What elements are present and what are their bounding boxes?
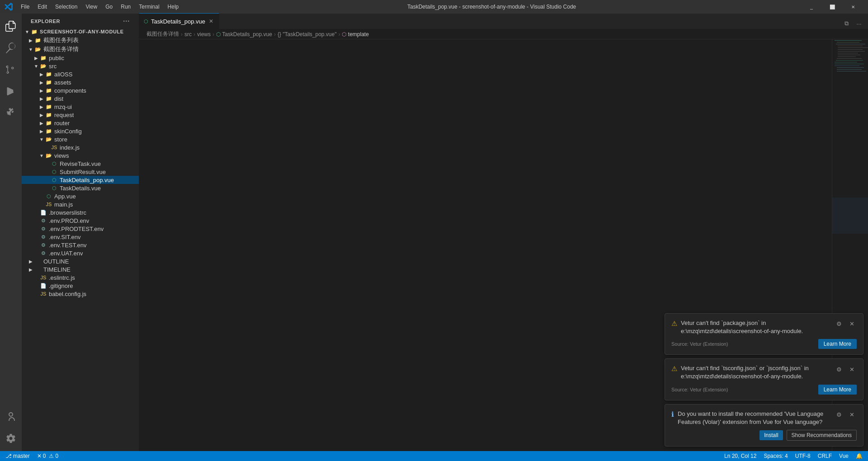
tree-item-dist[interactable]: ▶ 📁 dist	[22, 94, 139, 103]
svg-rect-4	[838, 46, 863, 46]
menu-selection[interactable]: Selection	[52, 3, 81, 11]
status-bar: ⎇ master ✕ 0 ⚠ 0 Ln 20, Col 12 Spaces: 4…	[0, 451, 868, 461]
notif-3-show-rec-button[interactable]: Show Recommendations	[787, 430, 857, 441]
tree-item-截图任务列表[interactable]: ▶ 📁 截图任务列表	[22, 36, 139, 45]
tree-item-components[interactable]: ▶ 📁 components	[22, 86, 139, 94]
status-line-ending[interactable]: CRLF	[816, 451, 834, 461]
menu-help[interactable]: Help	[164, 3, 183, 11]
file-icon: 📁	[45, 127, 52, 135]
tree-item-.env.test.env[interactable]: ⚙ .env.TEST.env	[22, 241, 139, 249]
minimize-button[interactable]: ⎯	[801, 0, 822, 14]
status-feedback[interactable]: 🔔	[854, 451, 864, 461]
activity-explorer[interactable]	[0, 15, 22, 37]
notif-1-settings-button[interactable]: ⚙	[834, 319, 844, 329]
activity-accounts[interactable]	[0, 406, 22, 428]
tree-item-taskdetails.vue[interactable]: ⬡ TaskDetails.vue	[22, 184, 139, 192]
menu-run[interactable]: Run	[117, 3, 134, 11]
tree-item-app.vue[interactable]: ⬡ App.vue	[22, 192, 139, 200]
split-editor-button[interactable]: ⧉	[841, 18, 852, 29]
file-label: .browserslistrc	[49, 209, 86, 216]
notif-2-close-button[interactable]: ✕	[847, 364, 857, 374]
file-icon: ⬡	[51, 168, 58, 175]
tree-item-skinconfig[interactable]: ▶ 📁 skinConfig	[22, 127, 139, 135]
breadcrumb-template[interactable]: ⬡ template	[342, 31, 368, 38]
close-button[interactable]: ✕	[843, 0, 863, 14]
tree-item-submitresult.vue[interactable]: ⬡ SubmitResult.vue	[22, 168, 139, 176]
menu-go[interactable]: Go	[102, 3, 116, 11]
status-encoding[interactable]: UTF-8	[793, 451, 812, 461]
arrow	[38, 201, 45, 208]
tree-item-views[interactable]: ▼ 📂 views	[22, 151, 139, 160]
tree-item-router[interactable]: ▶ 📁 router	[22, 119, 139, 127]
menu-file[interactable]: File	[17, 3, 33, 11]
activity-source-control[interactable]	[0, 59, 22, 80]
file-label: OUTLINE	[43, 258, 69, 265]
breadcrumb-root[interactable]: 截图任务详情	[146, 30, 179, 38]
status-language[interactable]: Vue	[837, 451, 850, 461]
tree-item-main.js[interactable]: JS main.js	[22, 200, 139, 208]
tree-item-public[interactable]: ▶ 📁 public	[22, 54, 139, 62]
tree-item-.browserslistrc[interactable]: 📄 .browserslistrc	[22, 208, 139, 216]
tree-item-.env.uat.env[interactable]: ⚙ .env.UAT.env	[22, 249, 139, 257]
status-branch[interactable]: ⎇ master	[4, 451, 32, 461]
more-actions-button[interactable]: ···	[854, 18, 864, 29]
notif-2-learn-more-button[interactable]: Learn More	[818, 385, 857, 395]
tree-item-alioss[interactable]: ▶ 📁 aliOSS	[22, 70, 139, 78]
file-label: .env.PROD.env	[49, 217, 89, 224]
notif-2-settings-button[interactable]: ⚙	[834, 364, 844, 374]
activity-extensions[interactable]	[0, 102, 22, 124]
activity-run-debug[interactable]	[0, 80, 22, 102]
warning-icon: ⚠	[49, 453, 54, 459]
tab-close-button[interactable]: ✕	[208, 18, 214, 25]
notif-2-actions: ⚙ ✕	[834, 364, 857, 374]
svg-rect-1	[835, 40, 862, 41]
notif-3-close-button[interactable]: ✕	[847, 410, 857, 420]
notif-1-learn-more-button[interactable]: Learn More	[818, 339, 857, 349]
notif-3-footer: Install Show Recommendations	[671, 430, 857, 441]
breadcrumb-src[interactable]: src	[184, 31, 192, 38]
tree-item-.eslintrc.js[interactable]: JS .eslintrc.js	[22, 273, 139, 282]
notif-3-settings-button[interactable]: ⚙	[834, 410, 844, 420]
tree-item-request[interactable]: ▶ 📁 request	[22, 111, 139, 119]
sidebar: Explorer ··· ▼ 📁 SCREENSHOT-OF-ANY-MODUL…	[22, 14, 139, 451]
breadcrumb-symbols[interactable]: {} "TaskDetails_pop.vue"	[278, 31, 337, 38]
window-controls: ⎯ ⬜ ✕	[801, 0, 863, 14]
sidebar-more-button[interactable]: ···	[123, 17, 130, 25]
tree-item-.env.sit.env[interactable]: ⚙ .env.SIT.env	[22, 233, 139, 241]
tree-item-.env.prod.env[interactable]: ⚙ .env.PROD.env	[22, 216, 139, 225]
tree-item-outline[interactable]: ▶ OUTLINE	[22, 257, 139, 265]
tree-item-revisetask.vue[interactable]: ⬡ ReviseTask.vue	[22, 160, 139, 168]
tree-item-timeline[interactable]: ▶ TIMELINE	[22, 265, 139, 273]
notif-1-actions: ⚙ ✕	[834, 319, 857, 329]
file-label: main.js	[54, 201, 73, 208]
notif-3-install-button[interactable]: Install	[760, 430, 783, 440]
tree-item-mzq-ui[interactable]: ▶ 📁 mzq-ui	[22, 103, 139, 111]
tree-root[interactable]: ▼ 📁 SCREENSHOT-OF-ANY-MODULE	[22, 28, 139, 36]
status-errors[interactable]: ✕ 0 ⚠ 0	[35, 451, 60, 461]
tree-item-assets[interactable]: ▶ 📁 assets	[22, 78, 139, 86]
status-spaces[interactable]: Spaces: 4	[762, 451, 789, 461]
editor-tab-active[interactable]: ⬡ TaskDetails_pop.vue ✕	[139, 13, 219, 29]
menu-view[interactable]: View	[82, 3, 101, 11]
editor-area: ⬡ TaskDetails_pop.vue ✕ ⧉ ··· 截图任务详情 › s…	[139, 14, 868, 451]
breadcrumb-sep-3: ›	[212, 31, 214, 38]
status-position[interactable]: Ln 20, Col 12	[722, 451, 758, 461]
tree-item-src[interactable]: ▼ 📂 src	[22, 62, 139, 70]
tree-item-store[interactable]: ▼ 📂 store	[22, 135, 139, 143]
menu-terminal[interactable]: Terminal	[135, 3, 163, 11]
tree-item-截图任务详情[interactable]: ▼ 📂 截图任务详情	[22, 45, 139, 54]
breadcrumb-file[interactable]: ⬡ TaskDetails_pop.vue	[216, 31, 272, 38]
menu-edit[interactable]: Edit	[34, 3, 51, 11]
activity-search[interactable]	[0, 37, 22, 59]
notif-1-close-button[interactable]: ✕	[847, 319, 857, 329]
tree-item-babel.config.js[interactable]: JS babel.config.js	[22, 290, 139, 298]
tree-item-.env.prodtest.env[interactable]: ⚙ .env.PRODTEST.env	[22, 225, 139, 233]
breadcrumb-views[interactable]: views	[197, 31, 211, 38]
activity-settings[interactable]	[0, 428, 22, 449]
arrow: ▶	[38, 87, 45, 94]
file-label: request	[54, 112, 74, 118]
tree-item-taskdetails_pop.vue[interactable]: ⬡ TaskDetails_pop.vue	[22, 176, 139, 184]
tree-item-index.js[interactable]: JS index.js	[22, 143, 139, 151]
tree-item-.gitignore[interactable]: 📄 .gitignore	[22, 282, 139, 290]
maximize-button[interactable]: ⬜	[822, 0, 843, 14]
